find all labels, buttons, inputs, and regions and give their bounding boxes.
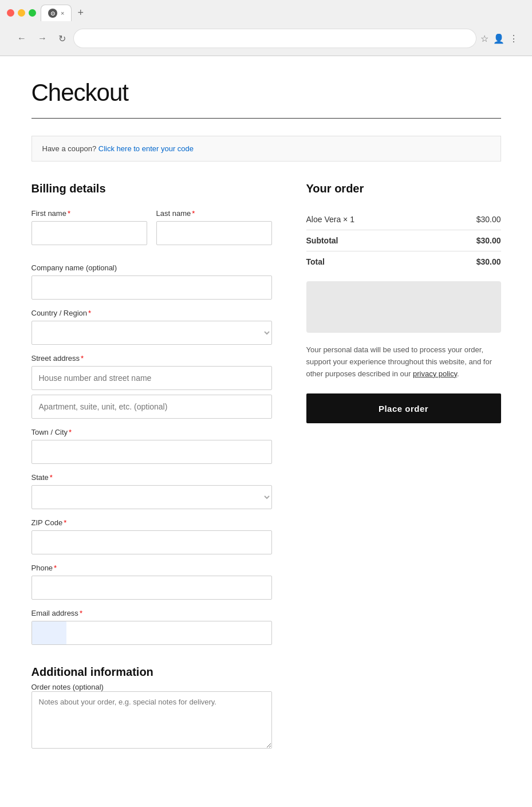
order-total-label: Total <box>306 251 436 273</box>
street-group: Street address* <box>31 354 272 419</box>
additional-title: Additional information <box>31 666 272 679</box>
notes-textarea[interactable] <box>31 691 272 749</box>
last-name-input[interactable] <box>156 221 272 245</box>
page-title: Checkout <box>31 79 501 107</box>
payment-placeholder <box>306 281 501 333</box>
order-title: Your order <box>306 182 501 195</box>
order-item-row: Aloe Vera × 1 $30.00 <box>306 209 501 230</box>
privacy-text: Your personal data will be used to proce… <box>306 344 501 380</box>
billing-section: Billing details First name* Last name* <box>31 182 272 750</box>
coupon-text: Have a coupon? <box>42 144 97 153</box>
state-select[interactable]: California New York Texas <box>31 485 272 509</box>
reload-button[interactable]: ↻ <box>55 31 69 46</box>
checkout-layout: Billing details First name* Last name* <box>31 182 501 750</box>
name-row: First name* Last name* <box>31 209 272 254</box>
menu-icon[interactable]: ⋮ <box>509 33 518 44</box>
company-input[interactable] <box>31 275 272 300</box>
new-tab-button[interactable]: + <box>74 6 87 20</box>
coupon-link[interactable]: Click here to enter your code <box>98 144 194 153</box>
bookmark-icon[interactable]: ☆ <box>480 33 488 44</box>
minimize-window-button[interactable] <box>18 9 25 17</box>
email-group: Email address* <box>31 609 272 645</box>
company-label: Company name (optional) <box>31 263 272 272</box>
billing-title: Billing details <box>31 182 272 195</box>
tab-bar: ⊙ × + <box>41 5 525 21</box>
first-name-input[interactable] <box>31 221 147 245</box>
coupon-notice: Have a coupon? Click here to enter your … <box>31 136 501 162</box>
email-label: Email address* <box>31 609 272 617</box>
page-divider <box>31 118 501 119</box>
order-total-value: $30.00 <box>435 251 501 273</box>
required-star: * <box>68 209 70 218</box>
place-order-button[interactable]: Place order <box>306 393 501 423</box>
zip-group: ZIP Code* <box>31 518 272 554</box>
state-label: State* <box>31 473 272 482</box>
order-subtotal-row: Subtotal $30.00 <box>306 230 501 251</box>
last-name-label: Last name* <box>156 209 272 218</box>
street2-input[interactable] <box>31 395 272 419</box>
back-button[interactable]: ← <box>14 31 30 46</box>
additional-section: Additional information Order notes (opti… <box>31 666 272 750</box>
order-subtotal-label: Subtotal <box>306 230 436 251</box>
first-name-label: First name* <box>31 209 147 218</box>
state-group: State* California New York Texas <box>31 473 272 509</box>
email-input[interactable] <box>31 621 272 645</box>
city-input[interactable] <box>31 440 272 464</box>
street-label: Street address* <box>31 354 272 363</box>
order-table: Aloe Vera × 1 $30.00 Subtotal $30.00 Tot… <box>306 209 501 272</box>
required-star: * <box>50 473 53 482</box>
order-total-row: Total $30.00 <box>306 251 501 273</box>
last-name-group: Last name* <box>156 209 272 245</box>
phone-group: Phone* <box>31 564 272 600</box>
title-bar: ⊙ × + <box>7 5 525 21</box>
privacy-policy-link[interactable]: privacy policy <box>413 369 457 378</box>
required-star: * <box>54 564 57 572</box>
required-star: * <box>69 428 72 436</box>
first-name-group: First name* <box>31 209 147 245</box>
order-item-name: Aloe Vera × 1 <box>306 209 436 230</box>
close-window-button[interactable] <box>7 9 14 17</box>
phone-label: Phone* <box>31 564 272 572</box>
country-group: Country / Region* United States Canada U… <box>31 309 272 345</box>
required-star: * <box>80 609 82 617</box>
maximize-window-button[interactable] <box>29 9 36 17</box>
order-item-price: $30.00 <box>435 209 501 230</box>
nav-icons: ☆ 👤 ⋮ <box>480 33 518 44</box>
phone-input[interactable] <box>31 576 272 600</box>
zip-label: ZIP Code* <box>31 518 272 527</box>
order-subtotal-value: $30.00 <box>435 230 501 251</box>
city-group: Town / City* <box>31 428 272 464</box>
company-group: Company name (optional) <box>31 263 272 300</box>
browser-chrome: ⊙ × + ← → ↻ ☆ 👤 ⋮ <box>0 0 532 56</box>
active-tab[interactable]: ⊙ × <box>41 5 72 21</box>
forward-button[interactable]: → <box>34 31 50 46</box>
required-star: * <box>88 309 91 317</box>
required-star: * <box>192 209 195 218</box>
tab-favicon: ⊙ <box>48 9 57 18</box>
required-star: * <box>64 518 66 527</box>
nav-bar: ← → ↻ ☆ 👤 ⋮ <box>7 26 525 51</box>
country-select[interactable]: United States Canada United Kingdom <box>31 321 272 345</box>
email-input-wrapper <box>31 621 272 645</box>
traffic-lights <box>7 9 36 17</box>
required-star: * <box>81 354 84 363</box>
street-input[interactable] <box>31 366 272 390</box>
notes-label: Order notes (optional) <box>31 683 104 691</box>
city-label: Town / City* <box>31 428 272 436</box>
zip-input[interactable] <box>31 530 272 554</box>
page-content: Checkout Have a coupon? Click here to en… <box>20 56 513 785</box>
order-section: Your order Aloe Vera × 1 $30.00 Subtotal… <box>306 182 501 423</box>
country-label: Country / Region* <box>31 309 272 317</box>
address-bar[interactable] <box>74 29 476 48</box>
profile-icon[interactable]: 👤 <box>493 33 505 44</box>
close-tab-button[interactable]: × <box>61 10 64 17</box>
